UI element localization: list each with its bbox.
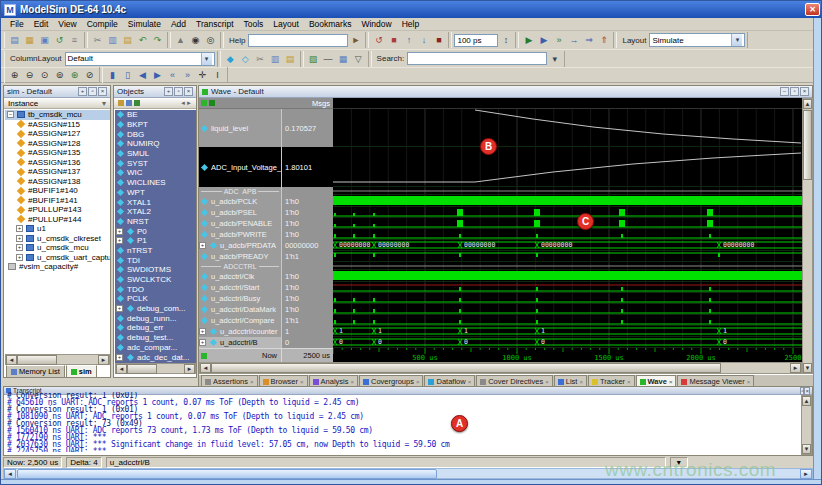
object-item-smul[interactable]: SMUL (115, 149, 196, 159)
next-transition-icon[interactable]: ▶ (150, 68, 165, 83)
wave-divider-adc-apb[interactable]: ADC_APB (199, 187, 281, 195)
insert-group-icon[interactable]: ▧ (306, 51, 321, 66)
columnlayout-select[interactable]: Default▾ (65, 52, 215, 66)
scroll-down-icon[interactable]: ▼ (802, 444, 811, 454)
search-options-icon[interactable]: ▾ (547, 51, 562, 66)
run-length-spin-icon[interactable]: ↕ (498, 33, 513, 48)
close-panel-icon[interactable]: × (98, 87, 107, 96)
timeline-ruler[interactable]: 500 us1000 us1500 us2000 us2500 (333, 348, 802, 362)
paste-icon[interactable]: ▤ (120, 33, 135, 48)
scroll-left-icon[interactable]: ◄ (6, 355, 17, 365)
menu-simulate[interactable]: Simulate (123, 19, 166, 29)
expand-icon[interactable]: + (16, 244, 23, 251)
continue-run-icon[interactable]: ▶ (536, 33, 551, 48)
close-tab-icon[interactable]: × (545, 379, 549, 385)
wave-signal-adc-input-voltage-tof[interactable]: ADC_Input_Voltage_ToF (199, 147, 281, 187)
tree-item-assign-138[interactable]: #ASSIGN#138 (5, 177, 110, 187)
zoom-cursor-icon[interactable]: ⊛ (67, 68, 82, 83)
break-icon[interactable]: ■ (386, 33, 401, 48)
layout-select[interactable]: Simulate▾ (649, 33, 745, 47)
run-icon[interactable]: ▶ (521, 33, 536, 48)
environment-down-icon[interactable]: ↓ (416, 33, 431, 48)
objects-panel-header[interactable]: Objects +▫× (114, 86, 196, 98)
environment-up-icon[interactable]: ↑ (401, 33, 416, 48)
close-tab-icon[interactable]: × (416, 379, 420, 385)
compile-icon[interactable]: ▲ (173, 33, 188, 48)
expand-icon[interactable]: + (199, 328, 206, 335)
transcript-vscrollbar[interactable]: ▲ ▼ (801, 395, 812, 455)
filter-icon[interactable]: ▽ (351, 51, 366, 66)
reload-icon[interactable]: ↺ (52, 33, 67, 48)
pin-icon[interactable]: + (164, 87, 173, 96)
close-tab-icon[interactable]: × (351, 379, 355, 385)
expand-icon[interactable]: + (199, 339, 206, 346)
wave-signal-u-adcctrl-start[interactable]: u_adcctrl/Start (199, 282, 281, 293)
prev-transition-icon[interactable]: ◀ (135, 68, 150, 83)
wave-signal-liquid-level[interactable]: liquid_level (199, 109, 281, 147)
expand-icon[interactable]: + (116, 305, 123, 312)
sim-panel-header[interactable]: sim - Default +▫× (4, 86, 110, 98)
object-item-bkpt[interactable]: BKPT (115, 120, 196, 130)
panel-tab-sim[interactable]: sim (66, 365, 97, 378)
tree-item-pullup-143[interactable]: #PULLUP#143 (5, 205, 110, 215)
panel-tab-memory-list[interactable]: Memory List (6, 365, 65, 378)
object-item-debug-test[interactable]: debug_test... (115, 333, 196, 343)
object-item-debug-err[interactable]: debug_err (115, 323, 196, 333)
menu-add[interactable]: Add (166, 19, 191, 29)
menu-bookmarks[interactable]: Bookmarks (304, 19, 357, 29)
close-tab-icon[interactable]: × (579, 379, 583, 385)
menu-window[interactable]: Window (356, 19, 396, 29)
edit-mode-icon[interactable]: I (210, 68, 225, 83)
expand-all-icon[interactable] (201, 100, 207, 106)
tree-item-u-cmsdk-mcu[interactable]: +u_cmsdk_mcu (5, 243, 110, 253)
menu-file[interactable]: File (5, 19, 29, 29)
expand-icon[interactable]: + (116, 228, 123, 235)
tree-item-bufif1-141[interactable]: #BUFIF1#141 (5, 196, 110, 206)
menu-edit[interactable]: Edit (29, 19, 54, 29)
tree-item-u-cmsdk-clkreset[interactable]: +u_cmsdk_clkreset (5, 234, 110, 244)
scroll-left-icon[interactable]: ◄ (116, 364, 127, 374)
tree-item-assign-127[interactable]: #ASSIGN#127 (5, 129, 110, 139)
add-cursor-icon[interactable]: ▮ (105, 68, 120, 83)
add-wave-icon[interactable]: ◇ (238, 51, 253, 66)
prev-edge-icon[interactable]: « (165, 68, 180, 83)
title-bar[interactable]: M ModelSim DE-64 10.4c ✕ (1, 1, 822, 18)
redo-icon[interactable]: ↷ (150, 33, 165, 48)
object-item-debug-com[interactable]: +debug_com... (115, 304, 196, 314)
close-tab-icon[interactable]: × (300, 379, 304, 385)
wave-title-bar[interactable]: Wave - Default –▫× (199, 86, 812, 98)
tree-item-assign-115[interactable]: #ASSIGN#115 (5, 120, 110, 130)
tree-item-u-cmsdk-uart-captu[interactable]: +u_cmsdk_uart_captu... (5, 253, 110, 263)
menu-transcript[interactable]: Transcript (191, 19, 238, 29)
object-item-ntrst[interactable]: nTRST (115, 246, 196, 256)
wave-signal-u-adcb-prdata[interactable]: +u_adcb/PRDATA (199, 240, 281, 251)
tree-item-assign-136[interactable]: #ASSIGN#136 (5, 158, 110, 168)
object-item-tdo[interactable]: TDO (115, 284, 196, 294)
zoom-in-icon[interactable]: ⊕ (7, 68, 22, 83)
menu-help[interactable]: Help (397, 19, 424, 29)
transcript-log[interactable]: # Conversion result: 1 (0x01)# 645610 ns… (7, 392, 802, 452)
close-panel-icon[interactable]: × (804, 387, 810, 395)
close-tab-icon[interactable]: × (669, 379, 673, 385)
scroll-right-icon[interactable]: ► (98, 355, 109, 365)
zoom-out-icon[interactable]: ⊖ (22, 68, 37, 83)
object-item-adc-dec-dat[interactable]: +adc_dec_dat... (115, 352, 196, 362)
scroll-right-icon[interactable]: ► (800, 469, 812, 479)
object-item-xtal2[interactable]: XTAL2 (115, 207, 196, 217)
filter-in-icon[interactable] (118, 100, 124, 106)
object-item-be[interactable]: BE (115, 110, 196, 120)
wave-names-header[interactable]: Msgs (199, 98, 333, 109)
expand-icon[interactable]: + (199, 242, 206, 249)
close-tab-icon[interactable]: × (747, 379, 751, 385)
paste-wave-icon[interactable]: ▤ (283, 51, 298, 66)
zoom-full-icon[interactable]: ⊙ (37, 68, 52, 83)
save-icon[interactable]: ▣ (37, 33, 52, 48)
object-item-tdi[interactable]: TDI (115, 255, 196, 265)
wave-signal-u-adcb-pclk[interactable]: u_adcb/PCLK (199, 195, 281, 207)
wave-signal-u-adcctrl-clk[interactable]: u_adcctrl/Clk (199, 270, 281, 282)
object-item-nrst[interactable]: NRST (115, 217, 196, 227)
find-icon[interactable]: ◉ (188, 33, 203, 48)
wave-signal-u-adcctrl-b[interactable]: +u_adcctrl/B (199, 337, 281, 348)
object-item-swclktck[interactable]: SWCLKTCK (115, 275, 196, 285)
open-icon[interactable]: ▦ (22, 33, 37, 48)
